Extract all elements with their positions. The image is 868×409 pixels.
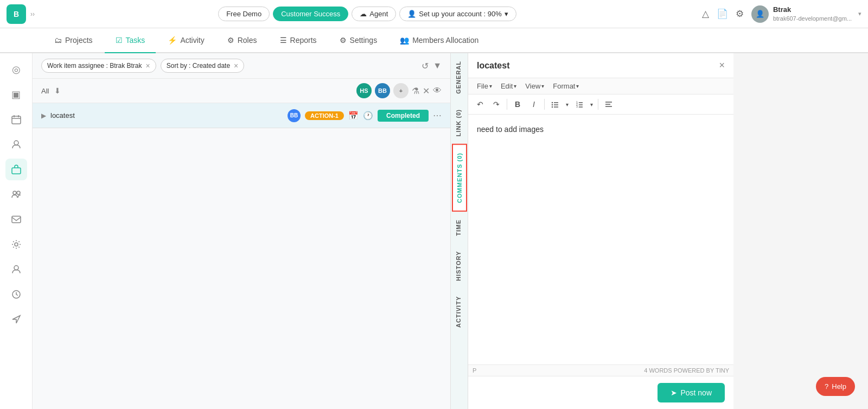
settings-icon: ⚙ <box>340 36 347 45</box>
setup-button[interactable]: 👤 Set up your account : 90% ▾ <box>399 7 516 21</box>
tab-reports[interactable]: ☰ Reports <box>269 28 328 53</box>
free-demo-button[interactable]: Free Demo <box>218 7 270 21</box>
post-now-button[interactable]: ➤ Post now <box>658 383 725 402</box>
svg-point-10 <box>14 266 18 270</box>
sidebar-item-user2[interactable] <box>5 259 27 280</box>
menu-edit[interactable]: Edit ▾ <box>496 80 521 92</box>
download-icon[interactable]: ⬇ <box>54 86 61 95</box>
align-btn[interactable] <box>601 97 616 112</box>
ordered-list-chevron[interactable]: ▾ <box>588 97 595 112</box>
row-expand-icon[interactable]: ▶ <box>41 112 46 119</box>
task-status[interactable]: Completed <box>378 110 429 122</box>
svg-point-14 <box>552 104 553 105</box>
help-button[interactable]: ? Help <box>816 377 855 396</box>
editor-footer: P 4 WORDS POWERED BY TINY <box>468 365 733 376</box>
topbar: B ›› Free Demo Customer Success ☁ Agent … <box>0 0 868 28</box>
tab-projects[interactable]: 🗂 Projects <box>43 28 104 53</box>
svg-point-9 <box>15 243 18 246</box>
svg-rect-5 <box>12 168 21 174</box>
filter-tasks-icon[interactable]: ⚗ <box>412 86 419 96</box>
user-email: btrak607-development@gm... <box>773 15 852 22</box>
app-logo[interactable]: B <box>7 4 26 24</box>
member-bb[interactable]: BB <box>375 83 390 98</box>
vtab-history[interactable]: HISTORY <box>452 243 467 288</box>
sidebar-item-analytics[interactable]: ◎ <box>5 59 27 80</box>
sort-filter-chip[interactable]: Sort by : Created date × <box>161 59 245 73</box>
menu-format[interactable]: Format ▾ <box>548 80 583 92</box>
tab-activity[interactable]: ⚡ Activity <box>157 28 215 53</box>
sidebar-item-display[interactable]: ▣ <box>5 84 27 105</box>
tab-settings[interactable]: ⚙ Settings <box>329 28 388 53</box>
vtab-general[interactable]: GENERAL <box>452 53 467 102</box>
chevron-down-icon: ▾ <box>489 83 492 89</box>
chip-close-icon[interactable]: × <box>146 61 150 70</box>
user-chevron-icon[interactable]: ▾ <box>858 10 861 17</box>
sidebar-item-calendar[interactable] <box>5 109 27 130</box>
clear-filter-icon[interactable]: ✕ <box>423 86 430 96</box>
sidebar-item-briefcase[interactable] <box>5 159 27 180</box>
chevron-down-icon: ▾ <box>505 10 508 18</box>
right-section: GENERAL LINK (0) COMMENTS (0) TIME HISTO… <box>450 53 868 409</box>
bullet-list-btn[interactable] <box>547 97 563 112</box>
vtab-time[interactable]: TIME <box>452 212 467 243</box>
bold-btn[interactable]: B <box>510 97 525 112</box>
bullet-list-chevron[interactable]: ▾ <box>563 97 571 112</box>
document-icon[interactable]: 📄 <box>717 8 728 20</box>
sidebar-item-clock[interactable] <box>5 284 27 305</box>
rightpanel-header: locatest × <box>468 53 733 78</box>
filter-icon[interactable]: ▼ <box>433 61 442 71</box>
tab-members-allocation[interactable]: 👥 Members Allocation <box>389 28 489 53</box>
svg-point-12 <box>552 102 553 103</box>
redo-btn[interactable]: ↷ <box>489 97 504 112</box>
menu-view[interactable]: View ▾ <box>521 80 548 92</box>
task-name: locatest <box>50 111 283 119</box>
ordered-list-group: 1.2.3. ▾ <box>572 97 595 112</box>
clock-icon[interactable]: 🕐 <box>363 111 373 121</box>
calendar-icon[interactable]: 📅 <box>348 111 359 121</box>
tab-roles[interactable]: ⚙ Roles <box>216 28 268 53</box>
add-member-btn[interactable]: + <box>393 83 409 98</box>
customer-success-button[interactable]: Customer Success <box>273 7 348 21</box>
roles-icon: ⚙ <box>227 36 234 45</box>
tab-tasks[interactable]: ☑ Tasks <box>105 28 156 53</box>
view-toggle-icon[interactable]: 👁 <box>433 86 442 96</box>
table-row: ▶ locatest BB ACTION-1 📅 🕐 Completed ⋯ <box>33 103 450 128</box>
sidebar-item-team[interactable] <box>5 184 27 205</box>
svg-point-7 <box>17 191 20 194</box>
task-more-icon[interactable]: ⋯ <box>433 110 442 121</box>
expand-icon[interactable]: ›› <box>30 10 35 18</box>
ordered-list-btn[interactable]: 1.2.3. <box>572 97 587 112</box>
vertical-tabs: GENERAL LINK (0) COMMENTS (0) TIME HISTO… <box>450 53 468 409</box>
user-menu[interactable]: 👤 Btrak btrak607-development@gm... ▾ <box>751 5 861 23</box>
reports-icon: ☰ <box>280 36 287 45</box>
sidebar-item-send[interactable] <box>5 309 27 330</box>
vtab-link[interactable]: LINK (0) <box>452 102 467 144</box>
sidebar-item-person[interactable] <box>5 134 27 155</box>
close-icon[interactable]: × <box>719 60 725 71</box>
sidebar-item-settings[interactable] <box>5 234 27 255</box>
content-area: Work item assignee : Btrak Btrak × Sort … <box>33 53 450 409</box>
editor-toolbar: ↶ ↷ B I ▾ 1.2.3. ▾ <box>468 95 733 115</box>
chip-label: Work item assignee : Btrak Btrak <box>47 62 142 70</box>
refresh-icon[interactable]: ↺ <box>422 61 429 71</box>
settings-icon[interactable]: ⚙ <box>736 8 744 20</box>
agent-button[interactable]: ☁ Agent <box>352 7 396 21</box>
tasklist-header: All ⬇ HS BB + ⚗ ✕ 👁 <box>33 79 450 103</box>
italic-btn[interactable]: I <box>526 97 541 112</box>
svg-point-6 <box>13 191 16 194</box>
assignee-filter-chip[interactable]: Work item assignee : Btrak Btrak × <box>41 59 156 73</box>
user-info: Btrak btrak607-development@gm... <box>773 5 852 22</box>
alert-icon[interactable]: △ <box>702 8 709 20</box>
menu-file[interactable]: File ▾ <box>473 80 496 92</box>
chip-close-icon[interactable]: × <box>234 61 238 70</box>
vtab-comments[interactable]: COMMENTS (0) <box>452 144 467 212</box>
send-icon: ➤ <box>671 388 677 397</box>
editor-content-area[interactable]: need to add images <box>468 115 733 365</box>
rightpanel-title: locatest <box>477 61 719 71</box>
undo-btn[interactable]: ↶ <box>473 97 488 112</box>
svg-rect-0 <box>12 116 21 124</box>
vtab-activity[interactable]: ACTIVITY <box>452 288 467 335</box>
task-tag[interactable]: ACTION-1 <box>305 111 344 120</box>
member-hs[interactable]: HS <box>356 83 372 98</box>
sidebar-item-mail[interactable] <box>5 209 27 230</box>
